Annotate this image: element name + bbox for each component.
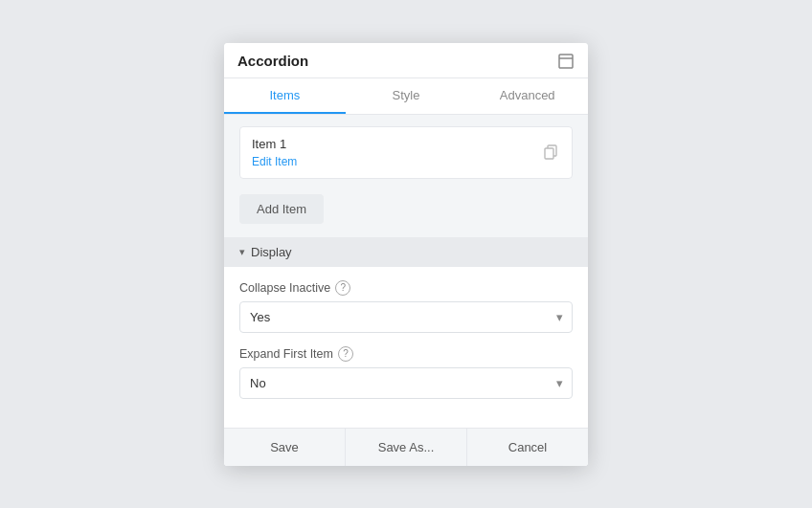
- collapse-inactive-select[interactable]: Yes No: [239, 301, 573, 333]
- tab-items[interactable]: Items: [224, 78, 346, 114]
- cancel-button[interactable]: Cancel: [467, 429, 588, 466]
- save-as-button[interactable]: Save As...: [346, 429, 467, 466]
- dialog-title: Accordion: [237, 53, 308, 69]
- expand-first-item-wrapper: No Yes ▾: [239, 367, 573, 399]
- collapse-icon[interactable]: [557, 53, 575, 70]
- display-section-label: Display: [251, 245, 292, 259]
- tabs-bar: Items Style Advanced: [224, 78, 588, 115]
- add-item-button[interactable]: Add Item: [239, 194, 324, 224]
- tab-advanced[interactable]: Advanced: [466, 78, 588, 114]
- item-name: Item 1: [252, 137, 297, 151]
- collapse-inactive-label: Collapse Inactive ?: [239, 280, 573, 296]
- display-section-header[interactable]: ▾ Display: [224, 237, 588, 267]
- copy-item-icon[interactable]: [541, 143, 560, 162]
- chevron-down-icon: ▾: [239, 246, 245, 258]
- expand-first-item-label: Expand First Item ?: [239, 346, 573, 362]
- edit-item-link[interactable]: Edit Item: [252, 155, 297, 168]
- save-button[interactable]: Save: [224, 429, 346, 466]
- dialog-header: Accordion: [224, 43, 588, 78]
- item-card-left: Item 1 Edit Item: [252, 137, 297, 168]
- display-section-body: Collapse Inactive ? Yes No ▾ Expand Firs…: [224, 267, 588, 428]
- expand-first-item-select[interactable]: No Yes: [239, 367, 573, 399]
- svg-rect-0: [559, 55, 573, 68]
- svg-rect-3: [545, 148, 553, 159]
- collapse-inactive-wrapper: Yes No ▾: [239, 301, 573, 333]
- dialog-footer: Save Save As... Cancel: [224, 428, 588, 466]
- expand-first-item-help-icon[interactable]: ?: [338, 346, 353, 362]
- panel-items: Item 1 Edit Item Add Item ▾ Display: [224, 115, 588, 428]
- items-section: Item 1 Edit Item Add Item: [224, 115, 588, 237]
- collapse-inactive-help-icon[interactable]: ?: [335, 280, 350, 296]
- tab-style[interactable]: Style: [346, 78, 467, 114]
- item-card-1: Item 1 Edit Item: [239, 126, 573, 179]
- accordion-dialog: Accordion Items Style Advanced Item 1 Ed…: [224, 43, 588, 466]
